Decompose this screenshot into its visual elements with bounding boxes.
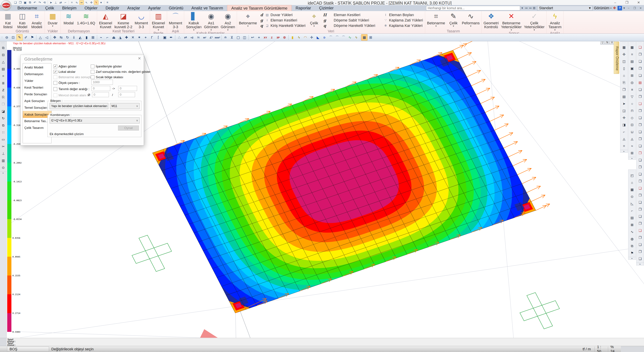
dialog-nav-deformasyon[interactable]: Deformasyon: [23, 71, 51, 78]
left-tool-icon-16[interactable]: ⊥: [0, 150, 6, 157]
tool-icon-7[interactable]: △: [37, 34, 44, 41]
dialog-nav-perde-sonu-lar-[interactable]: Perde Sonuçları: [23, 91, 51, 98]
donati-aralik-input[interactable]: [118, 92, 135, 97]
tasarim-performans-button[interactable]: ∿Peformans▼: [461, 12, 481, 29]
kesme-kuvveti-button[interactable]: ◪Kesmekuvveti 2-2: [113, 12, 134, 29]
left-tool-icon-17[interactable]: ▥: [0, 157, 6, 164]
tool-icon-51[interactable]: ▮: [290, 34, 296, 41]
tool-icon-58[interactable]: ⌒: [334, 34, 340, 41]
window-grid-icon[interactable]: ⊞: [533, 6, 535, 10]
tool-icon-53[interactable]: ◠: [302, 34, 308, 41]
geometri-kontrolu-button[interactable]: ❖GeometriKontrolü: [482, 12, 500, 31]
left-tool-icon-15[interactable]: ✂: [0, 143, 6, 150]
report-tool-icon-30[interactable]: ❐: [637, 248, 643, 255]
tool-icon-48[interactable]: 3P: [275, 34, 281, 41]
tool-icon-1[interactable]: ⊖: [4, 34, 10, 41]
resize-grip[interactable]: [621, 346, 644, 352]
left-tool-icon-2[interactable]: ⊟: [0, 52, 6, 58]
report-tool-icon-28[interactable]: ❐: [637, 234, 643, 241]
moment-33-button[interactable]: ◡Moment3-3: [134, 12, 149, 29]
right-tool-a-icon-5[interactable]: ⌂: [621, 72, 627, 79]
tool-icon-2[interactable]: ⊡: [10, 34, 16, 41]
tool-icon-63[interactable]: ▦: [361, 34, 368, 41]
report-tool-icon-2[interactable]: ❐: [637, 51, 643, 58]
intersection-snap-icon[interactable]: ✢: [89, 0, 94, 5]
report-tool-icon-22[interactable]: ❐: [637, 192, 643, 198]
tool-icon-24[interactable]: ✶: [136, 34, 142, 41]
report-tool-icon-8[interactable]: ❐: [637, 94, 643, 100]
kaplama-kar-item[interactable]: ❄Kaplama Kar Yükleri: [378, 23, 423, 28]
tab-ara-lar[interactable]: Araçlar: [123, 5, 144, 11]
dock-grip[interactable]: ····: [0, 41, 6, 44]
status-scale[interactable]: 1 : 50: [595, 347, 608, 352]
right-tool-a-icon-12[interactable]: ◨: [621, 122, 627, 128]
tool-icon-36[interactable]: ∠²: [208, 34, 214, 41]
grid-snap-icon[interactable]: ⌗: [70, 0, 74, 5]
oynat-button[interactable]: Oynat: [118, 126, 139, 131]
deger-min-input[interactable]: [92, 86, 110, 91]
tool-icon-31[interactable]: ∴: [176, 34, 182, 41]
mevcut-donati-checkbox[interactable]: [54, 94, 57, 97]
command-history[interactable]: *İptal*Komut :*İptal*Komut :: [0, 338, 644, 346]
report-tool-icon-20[interactable]: ❐: [637, 178, 643, 184]
perpendicular-icon[interactable]: ⊥: [54, 0, 58, 5]
select-icon[interactable]: ➤: [49, 0, 53, 5]
report-tool-icon-26[interactable]: ❐: [637, 220, 643, 227]
left-tool-icon-9[interactable]: ❐: [0, 101, 6, 107]
right-tool-c-icon-1[interactable]: ◰: [629, 172, 635, 179]
right-tool-b-icon-8[interactable]: ▽: [629, 94, 635, 100]
sicak-checkbox[interactable]: [91, 75, 94, 79]
tab-analiz-ve-tasar-m[interactable]: Analiz ve Tasarım: [187, 5, 227, 11]
veri-celik-button[interactable]: ⌖Çelik▼: [307, 12, 321, 29]
report-tool-icon-19[interactable]: ❏: [637, 171, 643, 177]
right-tool-a-icon-10[interactable]: ◲: [621, 108, 627, 114]
olcek-checkbox[interactable]: [54, 81, 57, 85]
right-tool-a-icon-14[interactable]: ◬: [621, 136, 627, 142]
kiris-hareketli-item[interactable]: q⊒Kiriş Hareketli Yükleri: [260, 23, 306, 28]
layers-icon[interactable]: ≔: [525, 6, 528, 10]
tool-icon-39[interactable]: ≐: [222, 34, 228, 41]
duvar-yukleri-button[interactable]: ▦Duvar▼: [46, 12, 60, 29]
command-search-input[interactable]: [426, 6, 520, 11]
dock-overflow-icon[interactable]: ▸: [620, 150, 628, 153]
betonarme-yetersizlikler-button[interactable]: ✕BetonarmeYetersizlikler▼: [500, 12, 523, 31]
tool-icon-54[interactable]: ✛: [308, 34, 315, 41]
flip-icon[interactable]: ⇄: [58, 0, 63, 5]
as2-gorunen-button[interactable]: ◉As2Görünen▼: [220, 12, 236, 31]
dock-overflow-icon[interactable]: ▸: [636, 263, 644, 265]
right-tool-c-icon-5[interactable]: ◺: [629, 200, 635, 207]
tool-icon-32[interactable]: ⇌: [182, 34, 189, 41]
report-tool-icon-7[interactable]: ❏: [637, 86, 643, 93]
right-tool-b-icon-16[interactable]: ⊞: [629, 150, 635, 156]
tab-objeler[interactable]: Objeler: [80, 5, 102, 11]
report-tool-icon-21[interactable]: ❏: [637, 185, 643, 191]
left-tool-icon-8[interactable]: ⎘: [0, 94, 6, 100]
right-tool-b-icon-7[interactable]: ≡: [629, 86, 635, 93]
right-tool-b-icon-1[interactable]: ▩: [629, 44, 635, 51]
tool-icon-11[interactable]: ⇆: [58, 34, 64, 41]
analiz-modeli-button[interactable]: ⌗AnalizModeli: [30, 12, 44, 29]
tool-icon-12[interactable]: ↻: [64, 34, 70, 41]
right-tool-a-icon-2[interactable]: ✣: [621, 51, 627, 58]
right-tool-a-icon-11[interactable]: ✛: [621, 115, 627, 121]
report-tool-icon-3[interactable]: ❏: [637, 58, 643, 65]
as1-gorunen-button[interactable]: ◉As1Görünen▼: [203, 12, 220, 31]
right-tool-b-icon-13[interactable]: ⊔: [629, 129, 635, 135]
tool-icon-59[interactable]: ⌒: [340, 34, 347, 41]
report-tool-icon-10[interactable]: ❐: [637, 108, 643, 114]
kombinasyon-combo[interactable]: G'+Q'+Ex-0.3Ey+0.3Ez∨: [50, 117, 140, 124]
right-tool-a-icon-13[interactable]: ⌐: [621, 129, 627, 135]
perde-eksenel-button[interactable]: ▥EksenelKuvvet▼: [150, 12, 166, 31]
palette-icon[interactable]: ❖: [613, 6, 616, 10]
asik-moment-button[interactable]: ⌒Moment3-3: [168, 12, 183, 29]
tool-icon-10[interactable]: ✥: [52, 34, 58, 41]
dialog-nav-betonarme-tas-[interactable]: Betonarme Tas...: [23, 118, 51, 125]
tool-icon-44[interactable]: ↩: [250, 34, 256, 41]
tool-icon-29[interactable]: ✒: [168, 34, 174, 41]
report-tool-icon-1[interactable]: ❏: [637, 44, 643, 51]
report-tool-icon-23[interactable]: ❏: [637, 199, 643, 206]
tool-icon-45[interactable]: ⌖: [256, 34, 262, 41]
report-tool-icon-5[interactable]: ❏: [637, 72, 643, 79]
tab-analiz-ve-tasar-m-g-r-nt-leme[interactable]: Analiz ve Tasarım Görüntüleme: [227, 5, 292, 11]
left-tool-icon-13[interactable]: ∷: [0, 129, 6, 136]
